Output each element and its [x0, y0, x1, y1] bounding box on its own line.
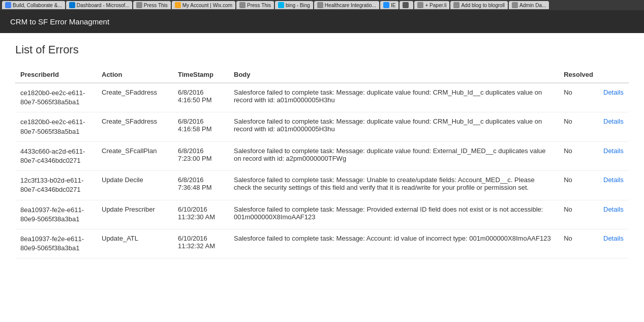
cell-details: Details [598, 229, 629, 258]
tab-label: Add blog to blogroll [461, 3, 505, 8]
col-header-details [598, 67, 629, 83]
cell-details: Details [598, 83, 629, 112]
cell-body: Salesforce failed to complete task: Mess… [229, 112, 559, 141]
cell-body: Salesforce failed to complete task: Mess… [229, 200, 559, 229]
details-link[interactable]: Details [603, 147, 624, 155]
cell-action: Create_SFcallPlan [97, 141, 173, 170]
main-content: List of Errors PrescriberId Action TimeS… [0, 33, 644, 269]
cell-resolved: No [559, 171, 598, 200]
cell-body: Salesforce failed to complete task: Mess… [229, 141, 559, 170]
col-header-timestamp: TimeStamp [173, 67, 229, 83]
table-row: 12c3f133-b02d-e611-80e7-c4346bdc0271Upda… [15, 171, 629, 200]
tab-build[interactable]: Build, Collaborate &... [2, 1, 65, 9]
tab-paperli[interactable]: + Paper.li [414, 1, 449, 9]
table-row: 4433c660-ac2d-e611-80e7-c4346bdc0271Crea… [15, 141, 629, 170]
cell-details: Details [598, 112, 629, 141]
tab-label: Dashboard - Microsof... [77, 3, 130, 8]
details-link[interactable]: Details [603, 118, 624, 125]
tab-admin[interactable]: Admin Da... [509, 1, 549, 9]
tab-ie[interactable]: IE [380, 1, 398, 9]
app-header: CRM to SF Error Managment [0, 10, 644, 33]
cell-details: Details [598, 171, 629, 200]
tab-label: Build, Collaborate &... [13, 3, 62, 8]
cell-resolved: No [559, 229, 598, 258]
details-link[interactable]: Details [603, 176, 624, 184]
col-header-body: Body [229, 67, 559, 83]
cell-timestamp: 6/10/2016 11:32:32 AM [173, 229, 229, 258]
cell-action: Create_SFaddress [97, 83, 173, 112]
cell-resolved: No [559, 83, 598, 112]
tab-blog[interactable]: Add blog to blogroll [450, 1, 508, 9]
cell-prescriber-id: 8ea10937-fe2e-e611-80e9-5065f38a3ba1 [15, 200, 97, 229]
col-header-prescriber: PrescriberId [15, 67, 97, 83]
tab-label: Admin Da... [519, 3, 546, 8]
tab-label: + Paper.li [425, 3, 446, 8]
tab-bing[interactable]: bing - Bing [275, 1, 313, 9]
tab-unknown[interactable] [400, 1, 413, 9]
table-row: 8ea10937-fe2e-e611-80e9-5065f38a3ba1Upda… [15, 229, 629, 258]
cell-resolved: No [559, 200, 598, 229]
details-link[interactable]: Details [603, 89, 624, 96]
tab-wix[interactable]: My Account | Wix.com [172, 1, 235, 9]
tab-label: Press This [247, 3, 271, 8]
cell-prescriber-id: ce1820b0-ee2c-e611-80e7-5065f38a5ba1 [15, 83, 97, 112]
cell-prescriber-id: 12c3f133-b02d-e611-80e7-c4346bdc0271 [15, 171, 97, 200]
cell-body: Salesforce failed to complete task: Mess… [229, 171, 559, 200]
table-row: 8ea10937-fe2e-e611-80e9-5065f38a3ba1Upda… [15, 200, 629, 229]
col-header-resolved: Resolved [559, 67, 598, 83]
cell-details: Details [598, 200, 629, 229]
cell-timestamp: 6/8/2016 4:16:58 PM [173, 112, 229, 141]
details-link[interactable]: Details [603, 235, 624, 242]
table-row: ce1820b0-ee2c-e611-80e7-5065f38a5ba1Crea… [15, 112, 629, 141]
tab-label: Healthcare Integratio... [325, 3, 376, 8]
cell-timestamp: 6/8/2016 4:16:50 PM [173, 83, 229, 112]
cell-prescriber-id: 8ea10937-fe2e-e611-80e9-5065f38a3ba1 [15, 229, 97, 258]
cell-details: Details [598, 141, 629, 170]
cell-resolved: No [559, 141, 598, 170]
col-header-action: Action [97, 67, 173, 83]
page-title: List of Errors [15, 43, 629, 56]
cell-prescriber-id: ce1820b0-ee2c-e611-80e7-5065f38a5ba1 [15, 112, 97, 141]
cell-timestamp: 6/8/2016 7:36:48 PM [173, 171, 229, 200]
tab-label: My Account | Wix.com [182, 3, 232, 8]
tab-press1[interactable]: Press This [133, 1, 171, 9]
cell-body: Salesforce failed to complete task: Mess… [229, 229, 559, 258]
error-table: PrescriberId Action TimeStamp Body Resol… [15, 67, 629, 258]
tab-dashboard[interactable]: Dashboard - Microsof... [66, 1, 132, 9]
cell-action: Update_ATL [97, 229, 173, 258]
cell-action: Update Prescriber [97, 200, 173, 229]
tab-press2[interactable]: Press This [236, 1, 274, 9]
cell-resolved: No [559, 112, 598, 141]
tab-label: bing - Bing [286, 3, 310, 8]
cell-action: Update Decile [97, 171, 173, 200]
tab-healthcare[interactable]: Healthcare Integratio... [314, 1, 379, 9]
cell-timestamp: 6/8/2016 7:23:00 PM [173, 141, 229, 170]
tab-label: Press This [144, 3, 168, 8]
browser-tab-bar: Build, Collaborate &... Dashboard - Micr… [0, 0, 644, 10]
tab-label: IE [391, 3, 395, 8]
app-title: CRM to SF Error Managment [10, 17, 109, 26]
cell-action: Create_SFaddress [97, 112, 173, 141]
cell-prescriber-id: 4433c660-ac2d-e611-80e7-c4346bdc0271 [15, 141, 97, 170]
table-header-row: PrescriberId Action TimeStamp Body Resol… [15, 67, 629, 83]
cell-timestamp: 6/10/2016 11:32:30 AM [173, 200, 229, 229]
table-row: ce1820b0-ee2c-e611-80e7-5065f38a5ba1Crea… [15, 83, 629, 112]
cell-body: Salesforce failed to complete task: Mess… [229, 83, 559, 112]
details-link[interactable]: Details [603, 206, 624, 213]
